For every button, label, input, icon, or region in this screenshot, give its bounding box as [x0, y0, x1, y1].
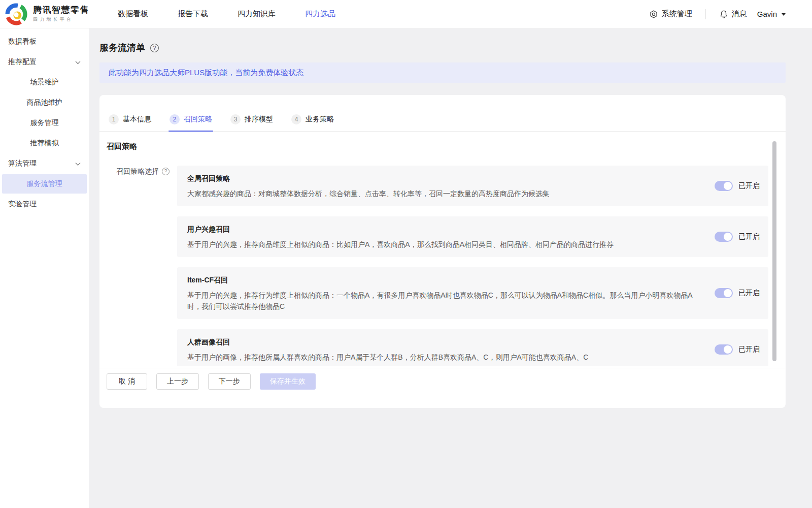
strategy-form-row: 召回策略选择 ? 全局召回策略 大家都感兴趣的商品：对商城整体数据分析，综合销量…	[99, 166, 786, 366]
toggle-switch-on[interactable]	[715, 232, 733, 242]
toggle-cluster: 已开启	[715, 288, 760, 298]
tab-recall-strategy[interactable]: 2 召回策略	[168, 114, 213, 131]
sidebar-item-experiment-manage[interactable]: 实验管理	[0, 194, 89, 214]
sidebar-item-product-pool[interactable]: 商品池维护	[0, 92, 89, 113]
toggle-cluster: 已开启	[715, 232, 760, 242]
strategy-panel-item-cf: Item-CF召回 基于用户的兴趣，推荐行为维度上相似的商品：一个物品A，有很多…	[177, 267, 768, 319]
toggle-knob	[724, 233, 732, 241]
toggle-knob	[724, 289, 732, 297]
chevron-down-icon	[76, 59, 81, 64]
tab-basic-info[interactable]: 1 基本信息	[108, 114, 152, 131]
nav-item-knowledge[interactable]: 四力知识库	[238, 9, 276, 19]
strategy-title: 人群画像召回	[187, 337, 695, 347]
nav-item-selection[interactable]: 四力选品	[305, 9, 335, 19]
header-right-cluster: 系统管理 消息 Gavin	[649, 9, 786, 19]
app-logo: 腾讯智慧零售 四力增长平台	[5, 3, 89, 25]
strategy-panel-user-interest: 用户兴趣召回 基于用户的兴趣，推荐商品维度上相似的商品：比如用户A，喜欢商品A，…	[177, 216, 768, 257]
prev-step-button[interactable]: 上一步	[156, 373, 199, 390]
tab-business-strategy[interactable]: 4 业务策略	[290, 114, 335, 131]
sidebar-item-label: 算法管理	[8, 159, 37, 168]
sidebar-item-recommend-simulate[interactable]: 推荐模拟	[0, 133, 89, 153]
user-menu[interactable]: Gavin	[757, 10, 786, 18]
gear-icon	[649, 10, 658, 19]
toggle-knob	[724, 345, 732, 354]
strategy-desc: 基于用户的兴趣，推荐商品维度上相似的商品：比如用户A，喜欢商品A，那么找到商品A…	[187, 239, 695, 250]
sidebar-item-data-dashboard[interactable]: 数据看板	[0, 31, 89, 52]
step-number: 4	[291, 114, 301, 124]
strategy-panel-global-recall: 全局召回策略 大家都感兴趣的商品：对商城整体数据分析，综合销量、点击率、转化率等…	[177, 166, 768, 206]
sidebar-item-label: 实验管理	[8, 200, 37, 209]
header-divider	[705, 9, 706, 19]
top-nav: 数据看板 报告下载 四力知识库 四力选品	[118, 9, 335, 19]
user-name: Gavin	[757, 10, 777, 18]
strategy-desc: 基于用户的兴趣，推荐行为维度上相似的商品：一个物品A，有很多用户喜欢物品A时也喜…	[187, 290, 695, 312]
sidebar-item-serviceflow-manage[interactable]: 服务流管理	[2, 174, 87, 194]
field-label: 召回策略选择	[116, 167, 159, 176]
toggle-cluster: 已开启	[715, 181, 760, 191]
logo-title: 腾讯智慧零售	[33, 5, 89, 15]
toggle-switch-on[interactable]	[715, 288, 733, 298]
tab-label: 业务策略	[306, 115, 334, 124]
sidebar-item-label: 服务管理	[30, 118, 59, 128]
sidebar: 数据看板 推荐配置 场景维护 商品池维护 服务管理 推荐模拟 算法管理 服务流管…	[0, 28, 89, 508]
nav-item-reports[interactable]: 报告下载	[178, 9, 208, 19]
bell-icon	[719, 10, 728, 19]
sidebar-item-label: 推荐配置	[8, 57, 37, 67]
serviceflow-card: 1 基本信息 2 召回策略 3 排序模型 4 业务策略 召回策略 召回策略选择	[99, 95, 786, 408]
sidebar-item-label: 场景维护	[30, 78, 59, 87]
strategy-title: Item-CF召回	[187, 275, 695, 285]
sidebar-item-scene-maintain[interactable]: 场景维护	[0, 72, 89, 92]
toggle-status-label: 已开启	[738, 345, 760, 354]
strategy-panels: 全局召回策略 大家都感兴趣的商品：对商城整体数据分析，综合销量、点击率、转化率等…	[177, 166, 768, 366]
plus-feature-banner: 此功能为四力选品大师PLUS版功能，当前为免费体验状态	[99, 62, 786, 83]
strategy-panel-crowd-portrait: 人群画像召回 基于用户的画像，推荐他所属人群喜欢的商品：用户A属于某个人群B，分…	[177, 329, 768, 366]
toggle-knob	[724, 182, 732, 190]
section-heading: 召回策略	[107, 141, 786, 151]
system-manage-button[interactable]: 系统管理	[649, 9, 692, 19]
cancel-button[interactable]: 取 消	[107, 373, 147, 390]
sidebar-item-recommend-config[interactable]: 推荐配置	[0, 52, 89, 72]
tab-ranking-model[interactable]: 3 排序模型	[229, 114, 274, 131]
sidebar-item-service-manage[interactable]: 服务管理	[0, 113, 89, 133]
system-manage-label: 系统管理	[662, 9, 692, 19]
tab-label: 召回策略	[184, 115, 212, 124]
help-icon[interactable]: ?	[150, 44, 159, 52]
toggle-status-label: 已开启	[738, 232, 760, 241]
strategy-desc: 大家都感兴趣的商品：对商城整体数据分析，综合销量、点击率、转化率等，召回一定数量…	[187, 188, 695, 199]
strategy-desc: 基于用户的画像，推荐他所属人群喜欢的商品：用户A属于某个人群B，分析人群B喜欢商…	[187, 352, 695, 363]
chevron-down-icon	[76, 161, 81, 166]
toggle-cluster: 已开启	[715, 344, 760, 355]
top-header: 腾讯智慧零售 四力增长平台 数据看板 报告下载 四力知识库 四力选品 系统管理 …	[0, 0, 812, 28]
toggle-switch-on[interactable]	[715, 181, 733, 191]
step-number: 2	[170, 114, 180, 124]
sidebar-item-label: 数据看板	[8, 37, 37, 46]
card-footer: 取 消 上一步 下一步 保存并生效	[99, 368, 786, 408]
logo-text: 腾讯智慧零售 四力增长平台	[33, 5, 89, 23]
main-content: 服务流清单 ? 此功能为四力选品大师PLUS版功能，当前为免费体验状态 1 基本…	[89, 28, 812, 408]
tab-label: 基本信息	[123, 115, 151, 124]
toggle-switch-on[interactable]	[715, 344, 733, 355]
chevron-down-icon	[782, 13, 786, 16]
toggle-status-label: 已开启	[738, 181, 760, 190]
strategy-scroll-area: 召回策略 召回策略选择 ? 全局召回策略 大家都感兴趣的商品：对商城整体数据分析…	[99, 132, 786, 366]
save-and-apply-button[interactable]: 保存并生效	[260, 373, 316, 390]
logo-subtitle: 四力增长平台	[33, 16, 89, 23]
strategy-title: 全局召回策略	[187, 173, 695, 183]
messages-button[interactable]: 消息	[719, 9, 747, 19]
messages-label: 消息	[732, 9, 747, 19]
help-icon[interactable]: ?	[162, 168, 170, 175]
step-number: 1	[109, 114, 119, 124]
toggle-status-label: 已开启	[738, 289, 760, 298]
tab-label: 排序模型	[245, 115, 273, 124]
sidebar-item-label: 服务流管理	[27, 179, 62, 188]
next-step-button[interactable]: 下一步	[208, 373, 251, 390]
sidebar-item-label: 推荐模拟	[30, 139, 59, 148]
nav-item-dashboard[interactable]: 数据看板	[118, 9, 148, 19]
step-number: 3	[230, 114, 241, 124]
field-label-col: 召回策略选择 ?	[107, 166, 177, 366]
scrollbar[interactable]	[772, 141, 776, 361]
sidebar-item-algorithm-manage[interactable]: 算法管理	[0, 153, 89, 174]
page-title: 服务流清单	[99, 42, 145, 54]
step-tabs: 1 基本信息 2 召回策略 3 排序模型 4 业务策略	[99, 95, 786, 132]
sidebar-item-label: 商品池维护	[27, 98, 62, 107]
